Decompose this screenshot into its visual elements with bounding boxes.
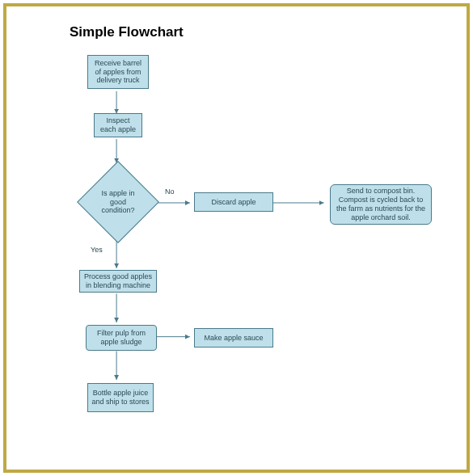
node-filter: Filter pulp from apple sludge [86,325,157,351]
node-inspect-label: Inspect each apple [98,116,138,134]
node-receive: Receive barrel of apples from delivery t… [87,55,149,89]
node-discard-label: Discard apple [211,198,256,207]
node-sauce: Make apple sauce [194,328,273,348]
node-inspect: Inspect each apple [94,113,142,137]
document-frame: Simple Flowchart [3,3,470,473]
node-decision-label: Is apple in good condition? [89,173,147,231]
flowchart-canvas: Receive barrel of apples from delivery t… [6,48,467,469]
edge-label-no: No [165,187,175,196]
node-sauce-label: Make apple sauce [204,334,263,343]
page-title: Simple Flowchart [70,24,467,40]
node-decision: Is apple in good condition? [89,173,147,231]
node-bottle: Bottle apple juice and ship to stores [87,383,154,412]
node-process: Process good apples in blending machine [79,270,157,293]
node-compost: Send to compost bin. Compost is cycled b… [330,184,432,225]
node-compost-label: Send to compost bin. Compost is cycled b… [334,187,428,221]
node-filter-label: Filter pulp from apple sludge [90,329,153,347]
node-bottle-label: Bottle apple juice and ship to stores [91,389,150,406]
node-receive-label: Receive barrel of apples from delivery t… [91,59,145,85]
document-content: Simple Flowchart [6,6,467,470]
flowchart-arrows [6,48,467,469]
node-process-label: Process good apples in blending machine [83,272,153,290]
edge-label-yes: Yes [91,246,103,254]
node-discard: Discard apple [194,192,273,212]
